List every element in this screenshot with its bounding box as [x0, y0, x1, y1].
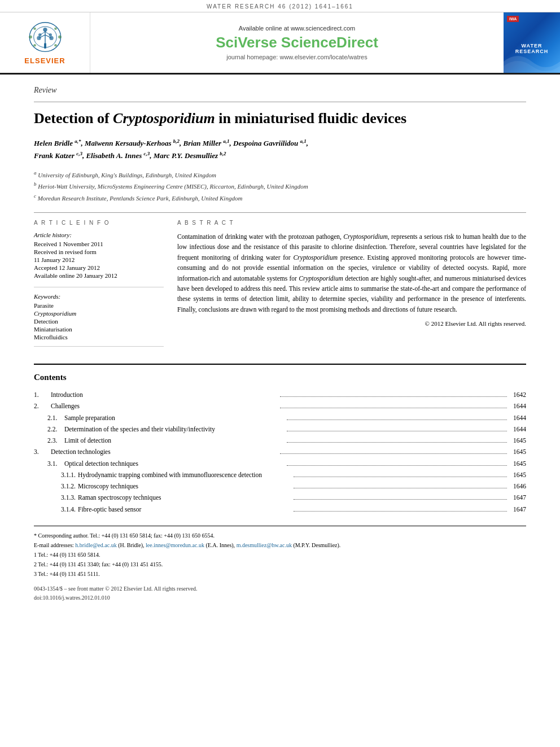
- elsevier-tree-icon: [23, 20, 68, 54]
- toc-item-2-1: 2.1. Sample preparation 1644: [34, 413, 526, 423]
- keywords-col-divider: [34, 346, 164, 347]
- copyright-text: © 2012 Elsevier Ltd. All rights reserved…: [177, 320, 526, 327]
- toc-label: Microscopy techniques: [78, 482, 291, 491]
- toc-page: 1644: [509, 413, 526, 423]
- footer-notes: * Corresponding author. Tel.: +44 (0) 13…: [34, 526, 526, 579]
- journal-header: WATER RESEARCH 46 (2012) 1641–1661: [0, 0, 560, 12]
- title-divider: [34, 102, 526, 102]
- toc-label: Detection technologies: [51, 447, 278, 457]
- kw-cryptosporidium: Cryptosporidium: [34, 310, 164, 317]
- toc-label: Optical detection techniques: [64, 459, 285, 469]
- tel3-note: 3 Tel.: +44 (0) 131 451 5111.: [34, 569, 526, 579]
- issn-note: 0043-1354/$ – see front matter © 2012 El…: [34, 584, 526, 593]
- svg-point-8: [37, 36, 41, 40]
- kw-miniaturisation: Miniaturisation: [34, 326, 164, 333]
- toc-item-3-1-4: 3.1.4. Fibre-optic based sensor 1647: [34, 505, 526, 514]
- toc-dots: [294, 477, 507, 477]
- abstract-col: A B S T R A C T Contamination of drinkin…: [177, 220, 526, 352]
- toc-label: Sample preparation: [64, 413, 285, 423]
- toc-dots: [294, 499, 507, 500]
- journal-homepage-text: journal homepage: www.elsevier.com/locat…: [226, 54, 367, 60]
- toc-num: 2.3.: [47, 436, 64, 445]
- toc-page: 1645: [509, 459, 526, 469]
- svg-point-9: [49, 36, 53, 40]
- elsevier-brand-text: ELSEVIER: [24, 56, 65, 65]
- svg-point-18: [54, 44, 57, 47]
- toc-dots: [280, 453, 507, 454]
- toc-label: Challenges: [51, 401, 278, 411]
- svg-point-12: [43, 28, 47, 32]
- main-content: Review Detection of Cryptosporidium in m…: [0, 75, 560, 614]
- toc-label: Fibre-optic based sensor: [78, 505, 291, 514]
- elsevier-logo: ELSEVIER: [0, 12, 90, 73]
- svg-point-15: [33, 27, 36, 30]
- toc-dots: [294, 511, 507, 512]
- doi-note: doi:10.1016/j.watres.2012.01.010: [34, 593, 526, 602]
- svg-point-13: [29, 36, 32, 39]
- kw-parasite: Parasite: [34, 302, 164, 309]
- toc-label: Hydrodynamic trapping combined with immu…: [78, 470, 291, 480]
- toc-num: 2.2.: [47, 425, 64, 434]
- info-col-divider: [34, 287, 164, 287]
- toc-dots: [287, 465, 507, 466]
- sciencedirect-text: ScienceDirect: [281, 34, 378, 51]
- email-desmulliez-link[interactable]: m.desmulliez@hw.ac.uk: [237, 542, 292, 548]
- info-divider: [34, 212, 526, 213]
- email-label: E-mail addresses:: [34, 542, 74, 548]
- contents-section: Contents 1. Introduction 1642 2. Challen…: [34, 364, 526, 514]
- svg-point-11: [49, 33, 52, 37]
- svg-point-17: [33, 44, 36, 47]
- iwa-logo: IWA: [507, 16, 519, 22]
- toc-item-2-2: 2.2. Determination of the species and th…: [34, 425, 526, 434]
- email-bridle-link[interactable]: h.bridle@ed.ac.uk: [75, 542, 116, 548]
- article-info-heading: A R T I C L E I N F O: [34, 220, 164, 226]
- available-online-text: Available online at www.sciencedirect.co…: [239, 25, 355, 32]
- sciverse-center: Available online at www.sciencedirect.co…: [90, 12, 504, 73]
- toc-dots: [287, 442, 507, 443]
- review-label: Review: [34, 86, 526, 95]
- history-revised-label: Received in revised form: [34, 248, 164, 255]
- toc-item-3-1-1: 3.1.1. Hydrodynamic trapping combined wi…: [34, 470, 526, 480]
- toc-page: 1647: [509, 493, 526, 503]
- toc-dots: [287, 431, 507, 431]
- toc-page: 1645: [509, 470, 526, 480]
- toc-item-3-1-3: 3.1.3. Raman spectroscopy techniques 164…: [34, 493, 526, 503]
- title-part2: in miniaturised fluidic devices: [215, 110, 406, 126]
- toc-item-1: 1. Introduction 1642: [34, 390, 526, 400]
- toc-dots: [294, 488, 507, 488]
- corresponding-author-note: * Corresponding author. Tel.: +44 (0) 13…: [34, 531, 526, 540]
- toc-page: 1645: [509, 447, 526, 457]
- toc-dots: [280, 396, 507, 397]
- article-info-col: A R T I C L E I N F O Article history: R…: [34, 220, 164, 352]
- history-label: Article history:: [34, 231, 164, 238]
- history-received: Received 1 November 2011: [34, 241, 164, 247]
- toc-num: 3.1.4.: [61, 505, 78, 514]
- keywords-label: Keywords:: [34, 293, 164, 300]
- toc-item-3-1: 3.1. Optical detection techniques 1645: [34, 459, 526, 469]
- water-wave-icon: [504, 50, 560, 73]
- title-part1: Detection of: [34, 110, 113, 126]
- toc-num: 3.1.1.: [61, 470, 78, 480]
- toc-label: Limit of detection: [64, 436, 285, 445]
- kw-microfluidics: Microfluidics: [34, 334, 164, 340]
- toc-page: 1646: [509, 482, 526, 491]
- toc-num: 3.1.3.: [61, 493, 78, 503]
- tel2-note: 2 Tel.: +44 (0) 131 451 3340; fax: +44 (…: [34, 560, 526, 569]
- toc-num: 2.: [34, 401, 51, 411]
- toc-label: Raman spectroscopy techniques: [78, 493, 291, 503]
- toc-num: 3.1.2.: [61, 482, 78, 491]
- toc-label: Introduction: [51, 390, 278, 400]
- sciverse-title: SciVerse ScienceDirect: [216, 34, 378, 51]
- toc-num: 3.: [34, 447, 51, 457]
- toc-dots: [280, 408, 507, 408]
- article-title: Detection of Cryptosporidium in miniatur…: [34, 109, 526, 128]
- toc-page: 1647: [509, 505, 526, 514]
- email-innes-link[interactable]: lee.innes@moredun.ac.uk: [146, 542, 204, 548]
- article-history: Article history: Received 1 November 201…: [34, 231, 164, 279]
- toc-label: Determination of the species and their v…: [64, 425, 285, 434]
- toc-dots: [287, 420, 507, 420]
- history-revised-date: 11 January 2012: [34, 256, 164, 263]
- authors: Helen Bridle a,*, Maïwenn Kersaudy-Kerho…: [34, 137, 526, 162]
- branding-bar: ELSEVIER Available online at www.science…: [0, 12, 560, 75]
- toc-num: 1.: [34, 390, 51, 400]
